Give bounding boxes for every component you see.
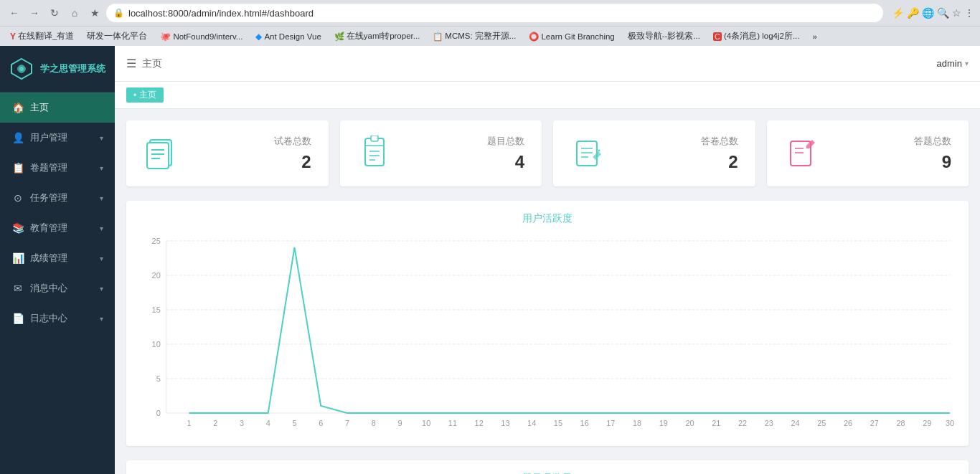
home-icon: 🏠	[11, 102, 24, 113]
bookmark-item-log4j[interactable]: C (4条消息) log4j2所...	[709, 29, 804, 43]
browser-actions: ⚡ 🔑 🌐 🔍 ☆ ⋮	[892, 7, 974, 19]
bookmark-item-devplatform[interactable]: 研发一体化平台	[83, 29, 151, 43]
svg-text:10: 10	[422, 419, 430, 427]
sidebar-label-home: 主页	[30, 101, 103, 114]
logo-text: 学之思管理系统	[40, 62, 105, 75]
stat-info-questions: 题目总数 4	[409, 135, 525, 172]
more-bookmarks[interactable]: »	[809, 31, 821, 42]
stat-card-total-answers: 答题总数 9	[767, 120, 969, 186]
svg-text:29: 29	[923, 419, 931, 427]
bookmark-item-mcms[interactable]: 📋 MCMS: 完整开源...	[428, 29, 520, 43]
bookmark-item-nav[interactable]: 极致导航--影视索...	[623, 29, 705, 43]
reload-button[interactable]: ↻	[46, 4, 63, 22]
svg-rect-6	[147, 143, 169, 169]
sidebar-label-education: 教育管理	[30, 222, 94, 234]
svg-text:25: 25	[817, 419, 826, 427]
stat-card-answers: 答卷总数 2	[553, 120, 755, 186]
svg-text:30: 30	[946, 419, 954, 427]
extension-icon-3[interactable]: 🌐	[922, 7, 934, 19]
sidebar-item-scores[interactable]: 📊 成绩管理 ▾	[0, 243, 115, 273]
logs-icon: 📄	[11, 313, 24, 324]
svg-text:11: 11	[448, 419, 457, 427]
top-header: ☰ 主页 admin ▾	[115, 46, 980, 82]
svg-text:5: 5	[292, 419, 296, 427]
svg-text:28: 28	[896, 419, 905, 427]
sidebar-item-tasks[interactable]: ⊙ 任务管理 ▾	[0, 183, 115, 213]
forward-button[interactable]: →	[26, 4, 43, 22]
chevron-icon-tasks: ▾	[100, 194, 103, 202]
chart-section-activity: 用户活跃度 0 5 10	[126, 201, 969, 446]
back-button[interactable]: ←	[6, 4, 23, 22]
bookmarks-bar: Y 在线翻译_有道 研发一体化平台 🐙 NotFound9/interv... …	[0, 26, 980, 46]
extension-icon-1[interactable]: ⚡	[892, 7, 904, 19]
sidebar-item-users[interactable]: 👤 用户管理 ▾	[0, 123, 115, 153]
questions-icon: 📋	[11, 162, 24, 174]
stat-value-answers: 2	[728, 152, 738, 172]
bookmark-item-yaml[interactable]: 🌿 在线yaml转proper...	[330, 29, 424, 43]
url-text: localhost:8000/admin/index.html#/dashboa…	[128, 8, 314, 19]
sidebar-item-logs[interactable]: 📄 日志中心 ▾	[0, 303, 115, 333]
sidebar-item-messages[interactable]: ✉ 消息中心 ▾	[0, 273, 115, 303]
tasks-icon: ⊙	[11, 192, 24, 204]
svg-text:8: 8	[372, 419, 376, 427]
chart-svg-activity: 0 5 10 15 20 25 1 2 3 4 5 6 7 8	[138, 234, 957, 435]
stat-info-answers: 答卷总数 2	[622, 135, 738, 172]
logo-icon	[9, 56, 34, 82]
breadcrumb-tag: 主页	[126, 87, 164, 103]
username-text: admin	[937, 58, 962, 69]
more-icon[interactable]: ⋮	[964, 7, 974, 19]
sidebar-label-tasks: 任务管理	[30, 191, 94, 204]
breadcrumb-bar: 主页	[115, 82, 980, 109]
chart-container-activity: 0 5 10 15 20 25 1 2 3 4 5 6 7 8	[138, 234, 957, 435]
stat-label-total-answers: 答题总数	[914, 135, 951, 148]
stat-label-papers: 试卷总数	[274, 135, 311, 148]
sidebar-item-questions[interactable]: 📋 卷题管理 ▾	[0, 153, 115, 183]
svg-text:1: 1	[187, 419, 191, 427]
stat-card-papers: 试卷总数 2	[126, 120, 329, 186]
svg-text:25: 25	[152, 237, 161, 245]
sidebar-label-messages: 消息中心	[30, 282, 94, 295]
chevron-icon-education: ▾	[100, 224, 103, 232]
svg-text:3: 3	[240, 419, 244, 427]
svg-text:15: 15	[152, 305, 161, 314]
search-icon[interactable]: 🔍	[937, 7, 949, 19]
svg-text:5: 5	[156, 374, 161, 383]
star-icon[interactable]: ☆	[952, 7, 961, 19]
svg-text:14: 14	[527, 419, 536, 427]
svg-text:16: 16	[580, 419, 589, 427]
app-wrapper: 学之思管理系统 🏠 主页 👤 用户管理 ▾ 📋 卷题管理 ▾ ⊙ 任务管理 ▾	[0, 46, 980, 474]
bookmark-item-antd[interactable]: ◆ Ant Design Vue	[251, 30, 325, 43]
svg-text:12: 12	[475, 419, 484, 427]
bookmark-item-github[interactable]: 🐙 NotFound9/interv...	[156, 30, 247, 43]
bookmark-item-youdao[interactable]: Y 在线翻译_有道	[6, 29, 78, 43]
stat-label-answers: 答卷总数	[701, 135, 738, 148]
sidebar-item-education[interactable]: 📚 教育管理 ▾	[0, 213, 115, 243]
lock-icon: 🔒	[113, 8, 124, 18]
browser-chrome: ← → ↻ ⌂ ★ 🔒 localhost:8000/admin/index.h…	[0, 0, 980, 26]
svg-text:4: 4	[266, 419, 270, 427]
browser-nav: ← → ↻ ⌂ ★	[6, 4, 103, 22]
svg-text:20: 20	[686, 419, 694, 427]
svg-text:24: 24	[791, 419, 800, 427]
bookmark-star-button[interactable]: ★	[86, 4, 103, 22]
svg-point-0	[19, 67, 24, 71]
breadcrumb-text: 主页	[139, 89, 156, 101]
chevron-icon-users: ▾	[100, 134, 103, 142]
svg-rect-10	[365, 138, 384, 166]
address-bar[interactable]: 🔒 localhost:8000/admin/index.html#/dashb…	[106, 4, 883, 22]
bookmark-item-gitbranching[interactable]: ⭕ Learn Git Branching	[524, 30, 618, 43]
stat-icon-answers	[570, 135, 608, 172]
extension-icon-2[interactable]: 🔑	[907, 7, 919, 19]
stat-value-total-answers: 9	[942, 152, 951, 172]
chevron-icon-messages: ▾	[100, 285, 103, 293]
svg-text:19: 19	[659, 419, 668, 427]
main-content: ☰ 主页 admin ▾ 主页	[115, 46, 980, 474]
svg-rect-15	[577, 141, 597, 166]
home-button[interactable]: ⌂	[66, 4, 83, 22]
stat-info-papers: 试卷总数 2	[195, 135, 311, 172]
sidebar-item-home[interactable]: 🏠 主页	[0, 93, 115, 123]
sidebar-label-questions: 卷题管理	[30, 161, 94, 174]
header-user[interactable]: admin ▾	[937, 58, 969, 69]
svg-text:17: 17	[606, 419, 615, 427]
hamburger-icon[interactable]: ☰	[126, 57, 136, 70]
